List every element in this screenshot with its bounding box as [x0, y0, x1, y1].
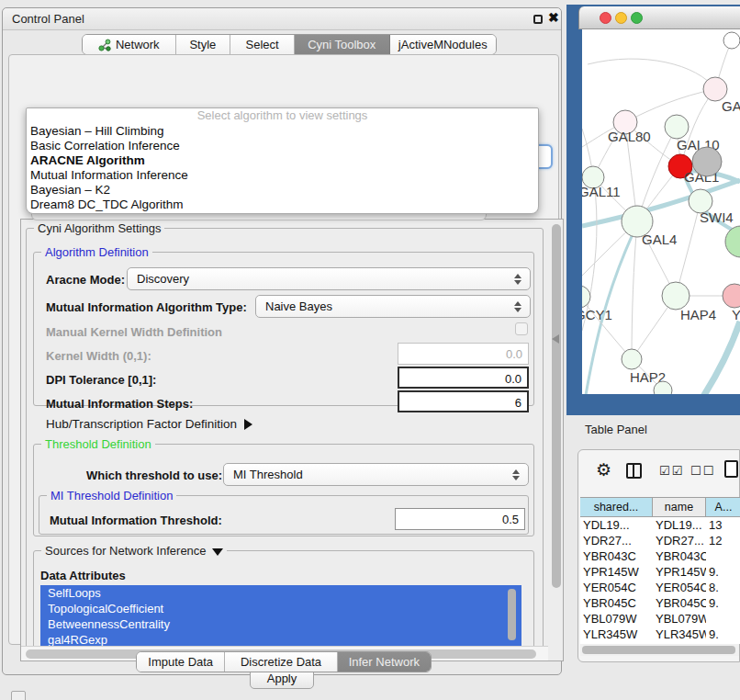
table-cell	[706, 548, 740, 564]
splitter-cursor	[552, 334, 559, 344]
node-label: GCY1	[582, 307, 612, 322]
mi-type-combo[interactable]: Naive Bayes	[255, 295, 531, 318]
gear-icon[interactable]: ⚙	[596, 459, 611, 480]
table-panel-title: Table Panel	[585, 423, 647, 436]
network-edge	[632, 221, 637, 359]
network-canvas[interactable]: GALGAL80GAL10GAL1GAL11SWI4GAL4GCY1HAP4YH…	[582, 29, 740, 394]
network-node[interactable]	[723, 284, 740, 308]
table-row[interactable]: YDL19...YDL19...13	[580, 517, 740, 533]
close-window-icon[interactable]	[600, 12, 611, 24]
manual-kernel-label: Manual Kernel Width Definition	[46, 325, 222, 339]
hub-definition-toggle[interactable]: Hub/Transcription Factor Definition	[46, 417, 252, 431]
algorithm-option[interactable]: Basic Correlation Inference	[27, 139, 538, 153]
tab-infer-network[interactable]: Infer Network	[338, 652, 431, 672]
table-row[interactable]: YPR145WYPR145W9.	[580, 564, 740, 580]
cyni-bottom-tabbar: Impute Data Discretize Data Infer Networ…	[136, 651, 432, 672]
document-icon[interactable]	[724, 460, 738, 478]
kernel-width-label: Kernel Width (0,1):	[46, 349, 151, 363]
mi-steps-field[interactable]: 6	[398, 390, 529, 412]
network-edge	[693, 322, 740, 394]
table-row[interactable]: YBR043CYBR043C	[580, 548, 740, 564]
network-node[interactable]	[582, 286, 590, 308]
data-attributes-label: Data Attributes	[40, 569, 126, 582]
table-cell: YPR145W	[580, 564, 653, 580]
tab-label: jActiveMNodules	[398, 38, 488, 51]
algorithm-option[interactable]: ARACNE Algorithm	[27, 153, 538, 168]
mi-type-value: Naive Bayes	[265, 299, 332, 313]
sources-title: Sources for Network Inference	[45, 544, 207, 558]
network-node[interactable]	[725, 226, 740, 257]
table-row[interactable]: YER054CYER054C8.	[580, 580, 740, 595]
algorithm-option-list: Bayesian – Hill ClimbingBasic Correlatio…	[27, 124, 538, 212]
dpi-tolerance-label: DPI Tolerance [0,1]:	[46, 373, 156, 387]
column-header-a[interactable]: A...	[706, 498, 740, 516]
tab-cyni-toolbox[interactable]: Cyni Toolbox	[295, 35, 390, 54]
network-node[interactable]	[723, 32, 740, 49]
algorithm-option[interactable]: Dream8 DC_TDC Algorithm	[27, 198, 538, 212]
close-panel-icon[interactable]: ✖	[548, 10, 559, 25]
table-cell: 9.	[706, 627, 740, 642]
algorithm-option[interactable]: Bayesian – K2	[27, 183, 538, 198]
node-label: Y	[732, 307, 740, 322]
sources-toggle[interactable]: Sources for Network Inference	[41, 544, 227, 558]
table-horizontal-scrollbar[interactable]	[582, 646, 735, 654]
control-panel-titlebar: Control Panel ✖	[3, 8, 561, 30]
attributes-scrollbar[interactable]	[508, 589, 516, 640]
mi-threshold-field[interactable]: 0.5	[395, 508, 525, 530]
table-cell: YDL19...	[653, 517, 706, 533]
table-cell: YDL19...	[580, 517, 653, 533]
settings-vertical-scrollbar[interactable]	[552, 224, 561, 588]
collapsed-arrow-icon	[244, 419, 252, 430]
data-attributes-list: SelfLoopsTopologicalCoefficientBetweenne…	[40, 585, 521, 646]
network-node[interactable]	[692, 147, 722, 176]
table-row[interactable]: YBL079WYBL079W	[580, 611, 740, 627]
minimized-panel-icon[interactable]	[11, 691, 26, 700]
table-row[interactable]: YLR345WYLR345W9.	[580, 627, 740, 642]
split-view-icon[interactable]	[626, 463, 642, 479]
zoom-window-icon[interactable]	[631, 12, 643, 24]
algorithm-option[interactable]: Bayesian – Hill Climbing	[27, 124, 538, 139]
network-node[interactable]	[662, 282, 690, 310]
tab-network[interactable]: Network	[83, 35, 176, 54]
tab-discretize-data[interactable]: Discretize Data	[225, 652, 337, 672]
data-attribute-item[interactable]: gal4RGexp	[40, 632, 521, 646]
table-cell: YDR27...	[580, 533, 653, 548]
table-cell: YLR345W	[580, 627, 653, 642]
data-attribute-item[interactable]: TopologicalCoefficient	[40, 601, 521, 616]
app-root: Control Panel ✖ Network Style Select	[0, 0, 740, 700]
checked-columns-icon[interactable]: ☑☑	[659, 464, 684, 478]
data-attribute-item[interactable]: SelfLoops	[40, 585, 521, 601]
table-row[interactable]: YDR27...YDR27...12	[580, 533, 740, 548]
float-panel-icon[interactable]	[533, 15, 543, 24]
algorithm-option[interactable]: Mutual Information Inference	[27, 168, 538, 183]
unchecked-columns-icon[interactable]: ☐☐	[690, 464, 715, 478]
dpi-tolerance-field[interactable]: 0.0	[398, 367, 529, 389]
table-toolbar: ⚙ ☑☑ ☐☐	[578, 450, 739, 496]
tab-select[interactable]: Select	[230, 35, 295, 54]
network-node[interactable]	[665, 115, 689, 139]
table-cell: YLR345W	[653, 627, 706, 642]
table-row[interactable]: YBR045CYBR045C9.	[580, 595, 740, 611]
node-label: GAL11	[582, 184, 621, 199]
tab-label: Impute Data	[148, 655, 213, 669]
minimize-window-icon[interactable]	[615, 12, 627, 24]
table-cell: 9.	[706, 595, 740, 611]
tab-jactivemnodules[interactable]: jActiveMNodules	[390, 35, 496, 54]
network-window-titlebar[interactable]	[578, 6, 740, 29]
tab-style[interactable]: Style	[176, 35, 231, 54]
group-title: Cyni Algorithm Settings	[34, 221, 164, 235]
control-panel-tabbar: Network Style Select Cyni Toolbox jActiv…	[82, 34, 497, 55]
which-threshold-combo[interactable]: MI Threshold	[223, 463, 529, 486]
network-node[interactable]	[622, 349, 642, 369]
hub-definition-label: Hub/Transcription Factor Definition	[46, 417, 237, 431]
tab-impute-data[interactable]: Impute Data	[137, 652, 225, 672]
aracne-mode-combo[interactable]: Discovery	[127, 267, 531, 290]
column-header-shared-name[interactable]: shared...	[580, 498, 653, 516]
kernel-width-field[interactable]: 0.0	[398, 343, 529, 365]
manual-kernel-checkbox[interactable]	[515, 322, 528, 335]
table-cell: YER054C	[653, 580, 706, 595]
data-attribute-item[interactable]: BetweennessCentrality	[40, 616, 521, 632]
which-threshold-label: Which threshold to use:	[86, 469, 222, 482]
column-header-name[interactable]: name	[653, 498, 706, 516]
table-cell: 8.	[706, 580, 740, 595]
